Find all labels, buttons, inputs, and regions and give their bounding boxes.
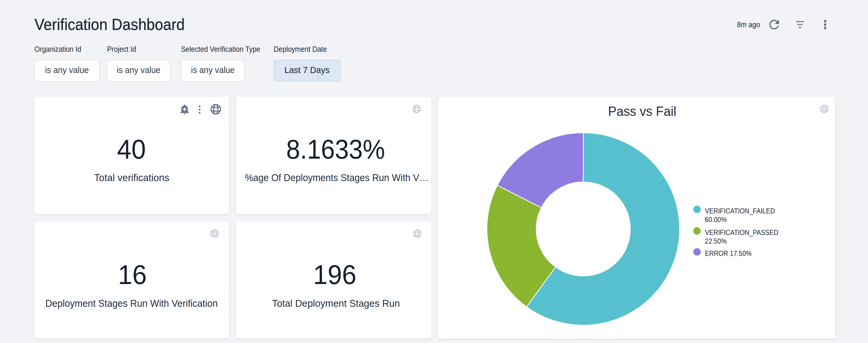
tile-value: 8.1633% [238,136,433,163]
globe-icon[interactable] [412,104,421,113]
alert-bell-icon[interactable] [179,104,190,115]
legend-series-name: VERIFICATION_FAILED [705,207,775,215]
globe-icon[interactable] [210,229,219,238]
filter-label: Deployment Date [274,45,340,53]
refresh-button[interactable] [767,18,781,32]
legend-label: ERROR 17.50% [705,249,788,258]
tile-label: %age Of Deployments Stages Run With V… [236,172,431,182]
legend-label: VERIFICATION_PASSED 22.50% [705,228,788,245]
filter-deployment-date: Deployment Date Last 7 Days [274,45,340,82]
kebab-menu-icon [819,19,831,30]
tile-pct-stages-with-verification[interactable]: 8.1633% %age Of Deployments Stages Run W… [236,97,431,214]
legend-series-percent: 22.50% [705,237,726,245]
dashboard-more-button[interactable] [818,18,832,32]
legend-dot [693,227,701,235]
tile-label: Deployment Stages Run With Verification [34,298,229,308]
filter-organization-id: Organization Id is any value [34,45,99,82]
legend-dot [693,206,701,213]
legend-label: VERIFICATION_FAILED 60.00% [705,207,788,224]
filter-selected-verification-type: Selected Verification Type is any value [181,45,267,82]
legend-series-name: ERROR [705,249,728,258]
filter-value-button[interactable]: is any value [34,60,99,82]
legend-series-percent: 17.50% [730,249,751,258]
globe-icon[interactable] [413,229,422,238]
globe-icon[interactable] [210,104,221,115]
legend-dot [693,248,701,255]
filter-value-button[interactable]: is any value [107,60,170,82]
legend-series-percent: 60.00% [705,215,726,224]
filter-value-button[interactable]: is any value [181,60,245,82]
page-title: Verification Dashboard [34,16,194,32]
refresh-icon [767,18,781,32]
tile-total-stages-run[interactable]: 196 Total Deployment Stages Run [236,221,431,339]
filter-project-id: Project Id is any value [107,45,170,82]
filter-label: Organization Id [34,45,99,53]
tile-value: 16 [35,261,230,288]
filter-label: Selected Verification Type [181,45,267,53]
tile-label: Total verifications [34,172,229,182]
last-refresh-time: 8m ago [737,21,762,28]
tile-value: 196 [237,261,432,288]
filter-label: Project Id [107,45,170,53]
tile-stages-run-with-verification[interactable]: 16 Deployment Stages Run With Verificati… [34,221,229,339]
tile-value: 40 [34,136,229,163]
tile-label: Total Deployment Stages Run [238,298,433,308]
legend-series-name: VERIFICATION_PASSED [705,228,778,236]
dashboard-page: Verification Dashboard 8m ago Organizati… [1,1,868,343]
filter-list-icon [793,16,807,30]
tile-total-verifications[interactable]: 40 Total verifications [34,97,229,214]
tile-kebab-menu-icon[interactable] [194,104,205,115]
filter-value-button[interactable]: Last 7 Days [274,60,340,82]
dashboard-filters-button[interactable] [793,16,807,30]
